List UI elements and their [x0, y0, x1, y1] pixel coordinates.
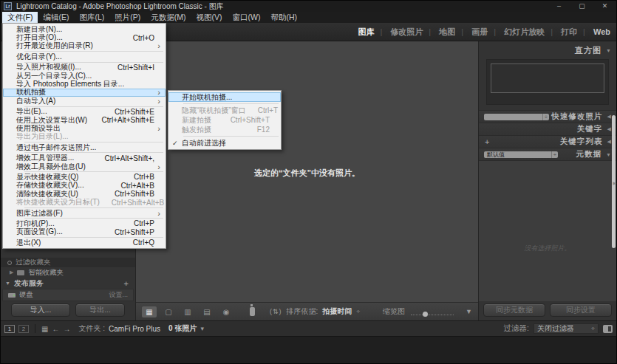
module-tab[interactable]: 修改照片: [374, 27, 423, 38]
metadata-preset-dropdown[interactable]: 默认值 ÷: [484, 151, 558, 158]
hard-drive-item[interactable]: 硬盘 设置...: [2, 289, 134, 301]
forward-arrow-icon[interactable]: →: [63, 325, 70, 333]
menubar-item[interactable]: 元数据(M): [146, 12, 191, 23]
sync-settings-button[interactable]: 同步设置: [550, 303, 612, 317]
submenu-item[interactable]: [183, 136, 279, 137]
menubar-item[interactable]: 编辑(E): [38, 12, 74, 23]
metadata-body: 没有选择照片。: [479, 160, 616, 301]
submenu-item[interactable]: 隐藏“联机拍摄”窗口 Ctrl+T: [168, 106, 281, 115]
file-menu-item[interactable]: 页面设置(G)... Ctrl+Shift+P: [3, 228, 166, 236]
submenu-arrow-icon: [154, 88, 160, 97]
sort-by-label: 排序依据:: [287, 306, 318, 317]
file-menu-item[interactable]: 优化目录(Y)...: [3, 52, 166, 61]
menubar-item[interactable]: 图库(L): [74, 12, 109, 23]
minimize-button[interactable]: –: [548, 1, 570, 12]
module-tab[interactable]: Web: [577, 27, 610, 36]
photo-count: 0 张照片: [168, 323, 197, 334]
menubar-item[interactable]: 窗口(W): [228, 12, 266, 23]
menubar-item[interactable]: 视图(V): [191, 12, 228, 23]
sort-by-value[interactable]: 拍摄时间: [322, 306, 352, 317]
histogram-plot: [491, 63, 604, 93]
hard-drive-setup-button[interactable]: 设置...: [109, 290, 128, 300]
popup-icon: ÷: [542, 114, 549, 120]
grid-view-button[interactable]: ▦: [142, 306, 157, 317]
expand-arrow-icon[interactable]: ◀: [607, 114, 611, 120]
survey-view-button[interactable]: ▤: [200, 306, 214, 317]
folder-name[interactable]: CamFi Pro Plus: [109, 325, 160, 333]
module-tab[interactable]: 画册: [455, 27, 488, 38]
collapse-arrow-icon[interactable]: ▼: [606, 48, 611, 53]
tethered-capture-submenu: 开始联机拍摄... 隐藏“联机拍摄”窗口 Ctrl+T 新建拍摄 Ctrl+Sh…: [168, 90, 282, 150]
expand-arrow-icon[interactable]: ▶: [10, 269, 13, 275]
module-tab[interactable]: 打印: [545, 27, 577, 38]
submenu-arrow-icon: [154, 209, 160, 218]
loupe-view-button[interactable]: ▢: [161, 306, 176, 317]
import-button[interactable]: 导入...: [11, 303, 70, 317]
sync-metadata-button[interactable]: 同步元数据: [483, 303, 545, 317]
sort-popup-icon[interactable]: ÷: [356, 308, 360, 315]
submenu-item[interactable]: 开始联机拍摄...: [168, 92, 281, 102]
slider-thumb[interactable]: [423, 312, 428, 317]
file-menu-item[interactable]: 增效工具额外信息(U): [3, 162, 166, 171]
collection-icon: [17, 270, 24, 275]
submenu-item[interactable]: 自动前进选择: [168, 138, 281, 148]
file-menu-item[interactable]: 退出(X) Ctrl+Q: [3, 238, 166, 247]
thumbnail-size-slider[interactable]: [411, 309, 454, 315]
secondary-screen-button[interactable]: 2: [18, 325, 29, 333]
collapse-arrow-icon[interactable]: ▼: [5, 281, 10, 286]
close-button[interactable]: ✕: [593, 1, 616, 12]
export-button[interactable]: 导出...: [75, 303, 125, 317]
filter-switch-icon[interactable]: [603, 325, 613, 333]
people-view-button[interactable]: ◉: [219, 306, 233, 317]
add-publish-service-button[interactable]: +: [124, 279, 129, 288]
file-menu-item[interactable]: 图库过滤器(F): [3, 209, 166, 217]
grid-view-icon[interactable]: ▦: [41, 325, 48, 333]
file-menu-item[interactable]: 打开最近使用的目录(R): [3, 42, 166, 50]
collapse-arrow-icon[interactable]: ▼: [606, 152, 611, 157]
keyword-list-header[interactable]: + 关键字列表 ◀: [479, 135, 616, 148]
primary-screen-button[interactable]: 1: [4, 325, 15, 333]
painter-spray-can-icon[interactable]: [250, 307, 255, 316]
expand-arrow-icon[interactable]: ◀: [607, 126, 611, 132]
filter-collections-field[interactable]: 过滤收藏夹: [1, 258, 135, 267]
menu-bar: 文件(F) 编辑(E) 图库(L) 照片(P) 元数据(M) 视图(V) 窗口(…: [1, 12, 616, 23]
filmstrip-body: [1, 337, 616, 364]
publish-services-header[interactable]: ▼ 发布服务 +: [1, 278, 135, 289]
maximize-button[interactable]: ▢: [570, 1, 593, 12]
filter-dropdown[interactable]: 关闭过滤器 ÷: [534, 323, 599, 334]
submenu-item[interactable]: 触发拍摄 F12: [168, 125, 281, 134]
module-tab[interactable]: 地图: [423, 27, 455, 38]
quick-develop-preset-widget[interactable]: ÷: [484, 114, 549, 120]
submenu-arrow-icon: [154, 97, 160, 106]
source-dropdown-icon[interactable]: ▾: [200, 325, 204, 332]
file-menu-item[interactable]: 通过电子邮件发送照片...: [3, 143, 166, 151]
sort-direction-icon[interactable]: (⇅): [270, 308, 282, 315]
hard-drive-icon: [8, 293, 16, 298]
compare-view-button[interactable]: ▥: [180, 306, 195, 317]
module-tab[interactable]: 幻灯片放映: [488, 27, 545, 38]
menubar-item[interactable]: 文件(F): [2, 12, 38, 23]
menubar-item[interactable]: 帮助(H): [265, 12, 302, 23]
expand-arrow-icon[interactable]: ◀: [607, 139, 611, 145]
file-menu-item[interactable]: 将快捷收藏夹设为目标(T) Ctrl+Shift+Alt+B: [3, 198, 166, 206]
submenu-item[interactable]: [183, 103, 279, 104]
file-menu: 新建目录(N)... 打开目录(O)... Ctrl+O 打开最近使用的目录(R…: [2, 23, 166, 249]
panel-collapse-arrow-icon[interactable]: ▶: [613, 180, 616, 185]
empty-folder-message: 选定的“文件夹”中没有照片。: [254, 168, 360, 179]
toolbar-options-button[interactable]: ▼: [466, 308, 472, 315]
smart-collections-item[interactable]: ▶ 智能收藏夹: [1, 267, 135, 278]
metadata-header[interactable]: 默认值 ÷ 元数据 ▼: [479, 148, 616, 160]
keywording-header[interactable]: 关键字 ◀: [479, 123, 616, 135]
quick-develop-header[interactable]: ÷ 快速修改照片 ◀: [479, 110, 616, 123]
submenu-item[interactable]: 新建拍摄 Ctrl+Shift+T: [168, 115, 281, 125]
title-bar: Lr Lightroom Catalog - Adobe Photoshop L…: [1, 1, 616, 12]
histogram-header[interactable]: 直方图 ▼: [479, 41, 616, 59]
back-arrow-icon[interactable]: ←: [52, 325, 59, 333]
file-menu-item[interactable]: 导出为目录(L)...: [3, 133, 166, 141]
module-tab[interactable]: 图库: [358, 27, 374, 38]
file-menu-item[interactable]: 自动导入(A): [3, 97, 166, 105]
popup-icon: ÷: [591, 325, 595, 332]
menubar-item[interactable]: 照片(P): [109, 12, 146, 23]
add-keyword-button[interactable]: +: [485, 137, 489, 146]
filter-label: 过滤器:: [504, 323, 529, 334]
